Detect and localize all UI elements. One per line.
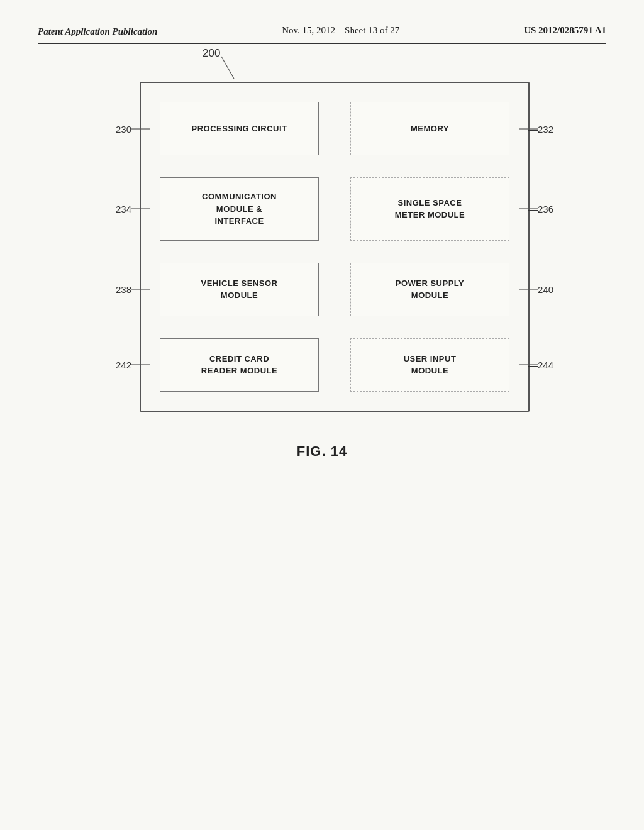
- figure-caption: FIG. 14: [102, 443, 542, 460]
- left-bracket-242: [131, 362, 150, 368]
- module-label-236: SINGLE SPACE METER MODULE: [395, 197, 465, 221]
- right-bracket-240: [519, 286, 538, 292]
- module-box-234: COMMUNICATION MODULE & INTERFACE: [160, 177, 319, 241]
- module-label-238: VEHICLE SENSOR MODULE: [201, 277, 278, 302]
- header-date-sheet: Nov. 15, 2012 Sheet 13 of 27: [282, 25, 399, 36]
- right-bracket-244: [519, 362, 538, 368]
- diagram-area: 200 230—232PROCESSING CIRCUITMEMORY234—2…: [38, 57, 606, 460]
- module-row-2: 238—240VEHICLE SENSOR MODULEPOWER SUPPLY…: [160, 263, 509, 316]
- page: Patent Application Publication Nov. 15, …: [0, 0, 644, 830]
- header-date: Nov. 15, 2012: [282, 25, 335, 35]
- left-label-234: 234: [116, 204, 131, 214]
- left-label-242: 242: [116, 360, 131, 370]
- header-patent-number: US 2012/0285791 A1: [524, 25, 606, 36]
- modules-row-2: VEHICLE SENSOR MODULEPOWER SUPPLY MODULE: [160, 263, 509, 316]
- left-bracket-234: [131, 206, 150, 212]
- modules-row-3: CREDIT CARD READER MODULEUSER INPUT MODU…: [160, 338, 509, 392]
- module-label-244: USER INPUT MODULE: [404, 353, 457, 377]
- left-label-230: 230: [116, 123, 131, 134]
- header-sheet: Sheet 13 of 27: [345, 25, 399, 35]
- svg-line-0: [221, 57, 234, 79]
- modules-row-1: COMMUNICATION MODULE & INTERFACESINGLE S…: [160, 177, 509, 241]
- module-box-230: PROCESSING CIRCUIT: [160, 102, 319, 155]
- module-label-240: POWER SUPPLY MODULE: [396, 277, 465, 302]
- module-box-240: POWER SUPPLY MODULE: [350, 263, 509, 316]
- header: Patent Application Publication Nov. 15, …: [38, 25, 606, 44]
- module-row-0: 230—232PROCESSING CIRCUITMEMORY: [160, 102, 509, 155]
- module-box-242: CREDIT CARD READER MODULE: [160, 338, 319, 392]
- right-bracket-232: [519, 126, 538, 132]
- outer-box: 230—232PROCESSING CIRCUITMEMORY234—236CO…: [140, 82, 530, 412]
- module-row-1: 234—236COMMUNICATION MODULE & INTERFACES…: [160, 177, 509, 241]
- module-label-232: MEMORY: [411, 123, 449, 135]
- module-box-238: VEHICLE SENSOR MODULE: [160, 263, 319, 316]
- right-bracket-236: [519, 206, 538, 212]
- left-label-238: 238: [116, 284, 131, 295]
- module-label-234: COMMUNICATION MODULE & INTERFACE: [202, 191, 277, 228]
- modules-row-0: PROCESSING CIRCUITMEMORY: [160, 102, 509, 155]
- label-200-connector: [221, 57, 247, 82]
- module-label-230: PROCESSING CIRCUIT: [191, 123, 287, 135]
- module-box-232: MEMORY: [350, 102, 509, 155]
- diagram-container: 200 230—232PROCESSING CIRCUITMEMORY234—2…: [102, 82, 542, 460]
- module-label-242: CREDIT CARD READER MODULE: [201, 353, 277, 377]
- outer-box-label: 200: [203, 47, 220, 60]
- module-box-244: USER INPUT MODULE: [350, 338, 509, 392]
- header-publication-title: Patent Application Publication: [38, 25, 157, 38]
- module-row-3: 242—244CREDIT CARD READER MODULEUSER INP…: [160, 338, 509, 392]
- left-bracket-230: [131, 126, 150, 132]
- module-box-236: SINGLE SPACE METER MODULE: [350, 177, 509, 241]
- modules-container: 230—232PROCESSING CIRCUITMEMORY234—236CO…: [160, 102, 509, 392]
- left-bracket-238: [131, 286, 150, 292]
